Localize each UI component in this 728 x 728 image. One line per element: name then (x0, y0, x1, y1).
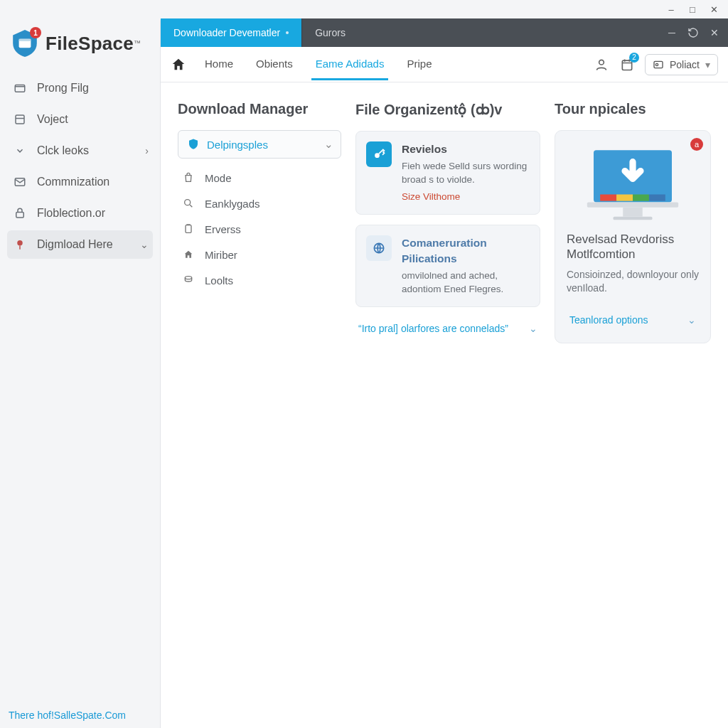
card-desc: omvilolned and ached, adontiom Ened Fleg… (402, 269, 530, 296)
svg-rect-23 (614, 217, 653, 220)
subitem-erverss[interactable]: Erverss (178, 220, 341, 238)
tab-label: Downloader Devematler (173, 27, 280, 38)
subitem-label: Mode (205, 172, 232, 184)
card-title: Revielos (402, 141, 530, 157)
subitem-label: Loolts (205, 274, 233, 287)
subitem-label: Eanklygads (205, 198, 260, 210)
os-maximize-button[interactable]: □ (685, 2, 700, 16)
shield-icon (187, 138, 200, 151)
stack-icon (182, 274, 195, 287)
tabstrip-refresh-button[interactable] (687, 26, 700, 39)
pin-icon (13, 237, 27, 252)
svg-rect-1 (19, 39, 31, 41)
navlink-pripe[interactable]: Pripe (402, 49, 436, 80)
tabstrip-close-button[interactable]: ✕ (708, 26, 721, 39)
chevron-down-icon: ⌄ (687, 314, 696, 326)
navlink-home[interactable]: Home (200, 49, 237, 80)
sidebar-item-label: Commnization (37, 176, 109, 188)
promo-title: Revelsad Revdoriss Motlfcomtion (567, 232, 699, 262)
card-revielos[interactable]: Revielos Fieh wede Selld surs wording br… (355, 131, 540, 215)
tab-downloader[interactable]: Downloader Devematler (161, 18, 301, 47)
svg-point-6 (17, 240, 23, 246)
download-icon (13, 144, 27, 158)
card-comaneruration[interactable]: Comaneruration Pilications omvilolned an… (355, 225, 540, 306)
sidebar-item-label: Voject (37, 113, 68, 126)
tabstrip-controls: ─ ✕ (658, 18, 728, 47)
navlink-eame[interactable]: Eame Adidads (311, 49, 389, 80)
user-icon[interactable] (594, 57, 609, 73)
poliact-label: Poliact (670, 59, 700, 70)
promo-badge: a (690, 138, 703, 151)
subitem-eank[interactable]: Eanklygads (178, 194, 341, 213)
globe-icon (366, 235, 392, 261)
tab-indicator-icon (286, 31, 289, 34)
home-small-icon (182, 248, 195, 261)
sidebar-item-comm[interactable]: Commnization (7, 168, 153, 196)
navbar: Home Obients Eame Adidads Pripe 2 Poliac… (161, 47, 728, 82)
svg-rect-22 (623, 208, 643, 217)
sidebar-item-prong[interactable]: Prong Filg (7, 74, 153, 102)
promo-card: a (555, 130, 711, 343)
mail-icon (13, 175, 27, 189)
sidebar-item-label: Floblection.or (37, 207, 105, 220)
svg-rect-19 (633, 195, 649, 201)
promo-options-link[interactable]: Teanlorad options ⌄ (567, 309, 699, 331)
svg-rect-20 (649, 195, 665, 201)
os-titlebar: – □ ✕ (0, 0, 728, 18)
svg-rect-18 (616, 195, 633, 201)
folder-icon (13, 81, 27, 95)
svg-rect-5 (16, 213, 24, 218)
tab-gurors[interactable]: Gurors (302, 18, 358, 47)
sidebar-item-voject[interactable]: Voject (7, 105, 153, 134)
main: Downloader Devematler Gurors ─ ✕ Home Ob… (160, 18, 728, 728)
chevron-down-icon: ⌄ (324, 138, 333, 151)
navlink-obients[interactable]: Obients (252, 49, 297, 80)
subitem-label: Miriber (205, 249, 237, 261)
svg-rect-12 (186, 225, 191, 233)
chevron-down-icon: ⌄ (140, 239, 149, 250)
sidebar: 1 FileSpace™ Prong Filg Voject Clck leok (0, 18, 160, 728)
os-minimize-button[interactable]: – (664, 2, 678, 16)
svg-point-7 (599, 60, 604, 65)
bag-icon (182, 171, 195, 184)
sidebar-footer-link[interactable]: There hof!SalleSpate.Com (0, 702, 160, 728)
sidebar-item-label: Clck leoks (37, 144, 89, 157)
svg-point-13 (185, 277, 191, 279)
sidebar-item-label: Digmload Here (37, 238, 113, 251)
tabstrip: Downloader Devematler Gurors ─ ✕ (161, 18, 728, 47)
cube-icon (13, 112, 27, 127)
home-icon[interactable] (171, 57, 186, 73)
tabstrip-minimize-button[interactable]: ─ (665, 26, 678, 39)
sidebar-item-digmload[interactable]: Digmload Here ⌄ (7, 230, 153, 259)
sidebar-item-label: Prong Filg (37, 82, 89, 95)
card-body: Comaneruration Pilications omvilolned an… (402, 235, 530, 296)
brand-badge: 1 (30, 27, 41, 38)
chevron-down-icon: ⌄ (529, 323, 537, 334)
search-icon (182, 197, 195, 210)
svg-rect-17 (600, 195, 616, 201)
calendar-icon[interactable]: 2 (619, 57, 635, 73)
brand-logo: 1 (10, 28, 40, 58)
subitem-mode[interactable]: Mode (178, 168, 341, 187)
category-pill[interactable]: Delpingsples ⌄ (178, 130, 341, 159)
subitem-miriber[interactable]: Miriber (178, 245, 341, 264)
clipboard-icon (182, 223, 195, 235)
card-desc: Fieh wede Selld surs wording broad s to … (402, 160, 530, 187)
brand-name: FileSpace™ (46, 33, 141, 55)
card-note: Size Vilthome (402, 191, 530, 204)
navbar-right: 2 Poliact ▾ (594, 54, 718, 75)
file-organizer-column: File Organizentộ (ȸ)v Revielos Fieh wede… (355, 101, 540, 710)
sidebar-item-clck[interactable]: Clck leoks › (7, 136, 153, 165)
poliact-button[interactable]: Poliact ▾ (645, 54, 718, 75)
sidebar-item-flob[interactable]: Floblection.or (7, 199, 153, 228)
tour-title: Tour npicales (555, 101, 711, 117)
file-organizer-title: File Organizentộ (ȸ)v (355, 101, 540, 118)
connected-link[interactable]: “Irto pral] olarfores are connelads” ⌄ (355, 317, 540, 340)
subitem-loolts[interactable]: Loolts (178, 271, 341, 289)
lock-icon (13, 206, 27, 220)
category-sublist: Mode Eanklygads Erverss Miriber Loolts (178, 168, 341, 289)
card-title: Comaneruration Pilications (402, 235, 530, 266)
promo-desc: Consioinzed, downloyour only venIload. (567, 268, 699, 296)
svg-point-11 (185, 200, 191, 205)
os-close-button[interactable]: ✕ (707, 2, 721, 16)
